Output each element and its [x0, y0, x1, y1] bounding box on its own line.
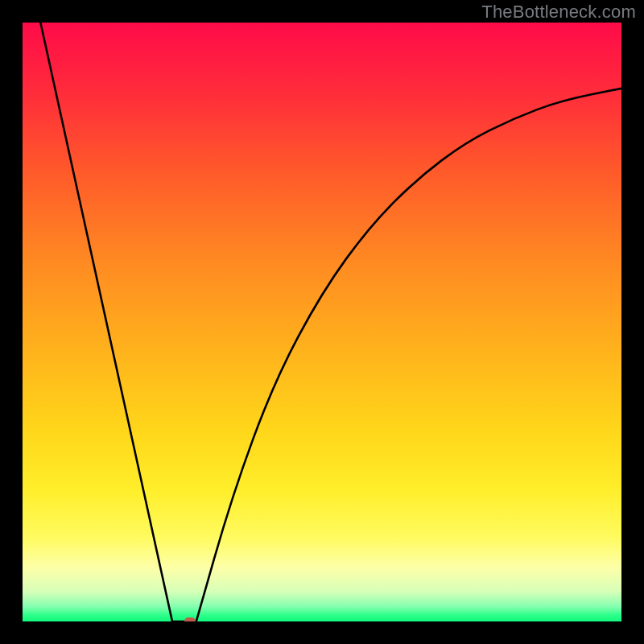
chart-frame: TheBottleneck.com: [0, 0, 644, 644]
bottleneck-curve: [23, 23, 621, 621]
optimal-point-marker: [184, 617, 196, 621]
watermark-text: TheBottleneck.com: [481, 2, 636, 23]
plot-area: [23, 23, 621, 621]
